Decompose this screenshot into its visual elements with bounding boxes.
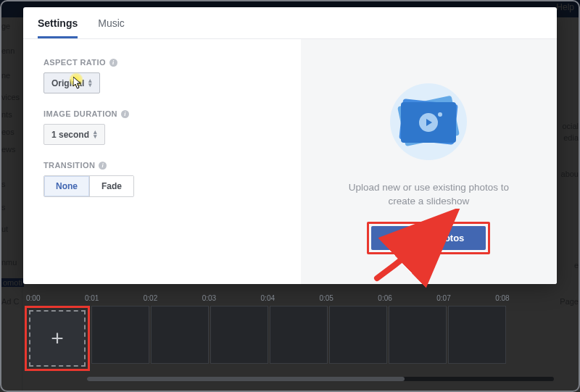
info-icon[interactable]: i: [99, 162, 107, 170]
aspect-ratio-dropdown[interactable]: Original: [44, 72, 100, 93]
tab-music[interactable]: Music: [98, 9, 125, 38]
upload-help-text: Upload new or use existing photos to cre…: [334, 181, 523, 209]
add-thumbnail-button[interactable]: +: [29, 310, 86, 367]
info-icon[interactable]: i: [121, 110, 129, 118]
transition-fade-button[interactable]: Fade: [89, 176, 133, 196]
transition-field: TRANSITION i None Fade: [44, 161, 281, 197]
thumbnail-slot[interactable]: [151, 306, 209, 364]
info-icon[interactable]: i: [109, 59, 117, 67]
caret-icon: [88, 78, 92, 88]
upload-area: Upload new or use existing photos to cre…: [301, 39, 557, 284]
thumbnail-row: +: [23, 306, 557, 371]
add-photos-button[interactable]: + Add Photos: [371, 226, 486, 250]
thumbnail-slot[interactable]: [91, 306, 149, 364]
aspect-ratio-value: Original: [51, 78, 84, 88]
add-slot-annotation-box: +: [25, 306, 90, 371]
image-duration-label: IMAGE DURATION i: [44, 109, 281, 118]
thumbnail-slot[interactable]: [448, 306, 506, 364]
panel-tabs: Settings Music: [23, 7, 557, 39]
caret-icon: [94, 129, 97, 140]
thumbnail-slot[interactable]: [329, 306, 387, 364]
image-duration-value: 1 second: [51, 130, 89, 140]
timeline-scrollbar-thumb[interactable]: [87, 377, 405, 381]
thumbnail-slot[interactable]: [389, 306, 447, 364]
tab-settings[interactable]: Settings: [38, 9, 78, 38]
add-photos-label: Add Photos: [411, 233, 464, 243]
thumbnail-slot[interactable]: [270, 306, 328, 364]
thumbnail-slot[interactable]: [210, 306, 268, 364]
aspect-ratio-field: ASPECT RATIO i Original: [44, 58, 281, 93]
transition-label: TRANSITION i: [44, 161, 281, 170]
transition-toggle: None Fade: [44, 175, 134, 197]
modal-overlay: Settings Music ASPECT RATIO i Original: [0, 0, 580, 392]
time-ticks: 0:00 0:01 0:02 0:03 0:04 0:05 0:06 0:07 …: [23, 291, 557, 306]
add-photos-annotation-box: + Add Photos: [367, 222, 490, 254]
timeline: 0:00 0:01 0:02 0:03 0:04 0:05 0:06 0:07 …: [23, 291, 557, 382]
image-duration-field: IMAGE DURATION i 1 second: [44, 109, 281, 145]
transition-none-button[interactable]: None: [44, 176, 89, 196]
aspect-ratio-label: ASPECT RATIO i: [44, 58, 281, 67]
settings-column: ASPECT RATIO i Original IMAGE DURA: [23, 39, 301, 284]
slideshow-illustration-icon: [385, 81, 472, 162]
photo-add-icon: +: [393, 233, 405, 243]
slideshow-create-panel: Settings Music ASPECT RATIO i Original: [23, 7, 557, 284]
timeline-scrollbar[interactable]: [87, 377, 554, 381]
image-duration-dropdown[interactable]: 1 second: [44, 124, 105, 145]
